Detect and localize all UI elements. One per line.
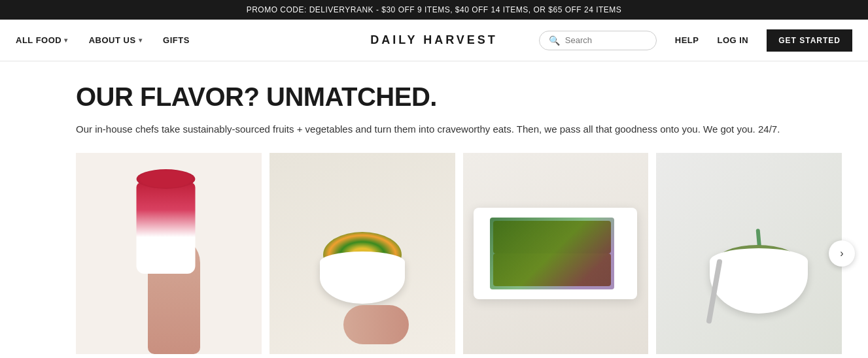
gallery-item: [656, 153, 842, 354]
hand-element: [343, 305, 409, 344]
search-icon: 🔍: [549, 35, 560, 46]
food-image-soup: [656, 153, 842, 354]
page-headline: OUR FLAVOR? UNMATCHED.: [76, 82, 842, 111]
search-box[interactable]: 🔍: [539, 31, 657, 50]
bowl-element: [710, 248, 808, 314]
main-content: OUR FLAVOR? UNMATCHED. Our in-house chef…: [0, 61, 868, 354]
gallery-item: [463, 153, 649, 354]
food-image-bowl: [269, 153, 455, 354]
nav-right: 🔍 HELP LOG IN GET STARTED: [539, 29, 852, 52]
cup-element: [136, 182, 195, 274]
gallery-item: [76, 153, 262, 354]
cup-top-element: [136, 169, 195, 189]
navbar: ALL FOOD ▾ ABOUT US ▾ GIFTS DAILY HARVES…: [0, 20, 868, 61]
nav-about-us[interactable]: ABOUT US ▾: [89, 35, 142, 45]
get-started-button[interactable]: GET STARTED: [767, 29, 852, 52]
nav-gifts[interactable]: GIFTS: [163, 35, 190, 45]
search-input[interactable]: [565, 35, 644, 45]
food-image-smoothie: [76, 153, 262, 354]
greens-element: [490, 218, 614, 289]
nav-all-food[interactable]: ALL FOOD ▾: [16, 35, 68, 45]
chevron-down-icon: ▾: [64, 37, 68, 44]
brand-logo[interactable]: DAILY HARVEST: [370, 33, 498, 47]
chevron-down-icon: ▾: [139, 37, 143, 44]
nav-log-in[interactable]: LOG IN: [717, 35, 748, 45]
nav-help[interactable]: HELP: [675, 35, 699, 45]
gallery-item: [269, 153, 455, 354]
bowl-element: [320, 252, 405, 304]
page-subtext: Our in-house chefs take sustainably-sour…: [76, 122, 782, 137]
food-image-flatbread: [463, 153, 649, 354]
gallery-next-button[interactable]: ›: [829, 240, 855, 267]
promo-banner: PROMO CODE: DELIVERYRANK - $30 OFF 9 ITE…: [0, 0, 868, 20]
food-gallery: ›: [76, 153, 842, 354]
promo-text: PROMO CODE: DELIVERYRANK - $30 OFF 9 ITE…: [247, 5, 622, 14]
nav-left: ALL FOOD ▾ ABOUT US ▾ GIFTS: [16, 35, 190, 45]
